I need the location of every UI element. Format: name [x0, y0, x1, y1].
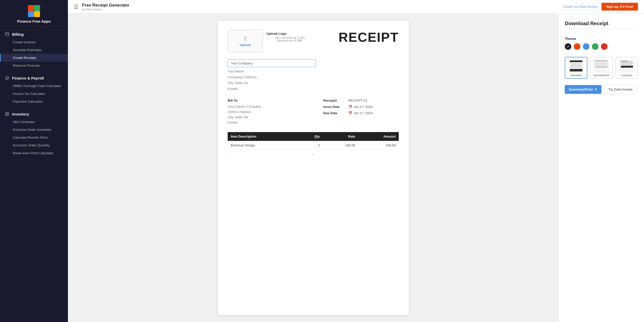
items-table: Item Description Qty Rate Amount Brochur…: [228, 132, 399, 159]
topbar-title: Free Receipt Generator by Zoho Invoice: [82, 3, 129, 11]
signup-button[interactable]: Sign up. It's Free!: [601, 3, 638, 11]
svg-rect-3: [34, 11, 40, 17]
layout-standard-preview: [568, 59, 584, 72]
download-print-button[interactable]: Download/Print ▼: [565, 85, 601, 94]
receipt-number-label: Receipt#: [323, 99, 346, 102]
content-area: ⇧ Upload Upload Logo 240 x 240 pixels @ …: [68, 14, 644, 322]
theme-colors: [565, 43, 638, 50]
svg-rect-0: [28, 5, 34, 11]
bill-to-section: Bill To: Your Client's Company Client's …: [228, 99, 323, 125]
receipt-title: RECEIPT: [339, 30, 399, 45]
sidebar-item-income-tax[interactable]: Income Tax Calculator: [0, 90, 68, 98]
issue-date-row: Issue Date 📅 Jan 17, 2024: [323, 105, 399, 109]
upload-logo-details: 240 x 240 pixels @ 72 DPI, Maximum size …: [270, 36, 310, 42]
sidebar-item-hmrc-furlough[interactable]: HMRC Furlough Claim Calculator: [0, 82, 68, 90]
client-country: Kuwait: [228, 120, 323, 125]
upload-logo-heading: Upload Logo: [266, 32, 310, 35]
theme-dark[interactable]: [565, 43, 571, 50]
sidebar-item-create-receipts[interactable]: Create Receipts: [0, 54, 68, 62]
layout-options: Standard Spreadsheet: [565, 57, 638, 79]
table-header-row: Item Description Qty Rate Amount: [228, 132, 399, 141]
theme-red[interactable]: [601, 43, 608, 50]
due-date-row: Due Date 📅 Jan 17, 2024: [323, 111, 399, 115]
layout-standard[interactable]: Standard: [565, 57, 587, 79]
finance-icon: $: [5, 75, 10, 80]
company-city-state: City, State Zip: [228, 80, 399, 86]
theme-section: Theme: [565, 37, 638, 50]
action-buttons: Download/Print ▼ Try Zoho Invoice: [565, 85, 638, 94]
calendar-icon-issue: 📅: [348, 105, 352, 109]
calendar-icon-due: 📅: [348, 111, 352, 115]
col-header-rate: Rate: [323, 132, 358, 141]
sidebar-item-generate-estimates[interactable]: Generate Estimates: [0, 46, 68, 54]
layout-compact-preview: [619, 59, 634, 72]
layout-compact-label: Compact: [621, 74, 632, 77]
sidebar: Finance Free Apps Billing Create Invoice…: [0, 0, 68, 322]
sidebar-item-purchase-order[interactable]: Purchase Order Generator: [0, 126, 68, 134]
item-amount: 200.00: [358, 141, 399, 150]
upload-logo-text: Upload: [240, 43, 251, 47]
col-header-description: Item Description: [228, 132, 298, 141]
svg-rect-1: [34, 5, 40, 11]
topbar-left: ☰ Free Receipt Generator by Zoho Invoice: [74, 3, 129, 11]
table-row: Brochure Design 2 100.00 200.00: [228, 141, 399, 150]
item-qty: 2: [298, 141, 323, 150]
table-row-add[interactable]: +: [228, 150, 399, 159]
sidebar-item-create-invoices[interactable]: Create Invoices: [0, 38, 68, 46]
sidebar-section-finance-payroll: $ Finance & Payroll HMRC Furlough Claim …: [0, 70, 68, 106]
sidebar-logo: Finance Free Apps: [0, 0, 68, 27]
theme-green[interactable]: [592, 43, 598, 50]
zoho-logo-icon: [27, 5, 41, 18]
layout-spreadsheet-preview: [593, 59, 609, 72]
layout-spreadsheet[interactable]: Spreadsheet: [590, 57, 613, 79]
sidebar-app-title: Finance Free Apps: [17, 19, 51, 23]
billing-icon: [5, 32, 10, 37]
due-date-value: 📅 Jan 17, 2024: [348, 111, 373, 115]
svg-rect-2: [28, 11, 34, 17]
client-address: Client's Address: [228, 109, 323, 114]
check-out-link[interactable]: Check out Zoho Invoice: [563, 5, 598, 9]
add-row-icon: +: [312, 152, 314, 156]
bill-to-label: Bill To:: [228, 99, 323, 102]
sidebar-item-revenue-forecast[interactable]: Revenue Forecast: [0, 62, 68, 69]
col-header-qty: Qty: [298, 132, 323, 141]
issue-date-label: Issue Date: [323, 105, 346, 109]
svg-text:$: $: [6, 77, 8, 79]
receipt-area: ⇧ Upload Upload Logo 240 x 240 pixels @ …: [68, 14, 558, 322]
receipt-meta: Receipt# RECEIPT-12 Issue Date 📅 Jan 17,…: [323, 99, 399, 125]
client-city: City, State Zip: [228, 114, 323, 120]
item-description: Brochure Design: [228, 141, 298, 150]
receipt-header: ⇧ Upload Upload Logo 240 x 240 pixels @ …: [228, 30, 399, 52]
sidebar-section-billing-header[interactable]: Billing: [0, 30, 68, 38]
company-address: Company's Address: [228, 74, 399, 80]
try-zoho-button[interactable]: Try Zoho Invoice: [604, 85, 637, 94]
receipt-number-value: RECEIPT-12: [348, 99, 367, 102]
company-info: Your Name Company's Address City, State …: [228, 59, 399, 92]
theme-orange[interactable]: [574, 43, 580, 50]
sidebar-item-reorder-point[interactable]: Calculate Reorder Point: [0, 134, 68, 141]
col-header-amount: Amount: [358, 132, 399, 141]
main-container: ☰ Free Receipt Generator by Zoho Invoice…: [68, 0, 644, 322]
sidebar-item-break-even[interactable]: Break-even Point Calculator: [0, 149, 68, 157]
billing-section-label: Billing: [12, 32, 24, 36]
topbar: ☰ Free Receipt Generator by Zoho Invoice…: [68, 0, 644, 14]
right-panel: Download Receipt Theme: [558, 14, 644, 322]
sidebar-section-finance-payroll-header[interactable]: $ Finance & Payroll: [0, 74, 68, 82]
layout-compact[interactable]: Compact: [615, 57, 638, 79]
sidebar-item-sku-generator[interactable]: SKU Generator: [0, 118, 68, 126]
sidebar-item-economic-order[interactable]: Economic Order Quantity: [0, 141, 68, 149]
receipt-paper: ⇧ Upload Upload Logo 240 x 240 pixels @ …: [218, 21, 409, 315]
client-company: Your Client's Company: [228, 104, 323, 109]
company-name-input[interactable]: [228, 59, 316, 67]
topbar-right: Check out Zoho Invoice Sign up. It's Fre…: [563, 3, 638, 11]
theme-blue[interactable]: [583, 43, 589, 50]
finance-payroll-section-label: Finance & Payroll: [12, 76, 44, 80]
company-country: Kuwait: [228, 86, 399, 92]
sidebar-item-paycheck-calculator[interactable]: Paycheck Calculator: [0, 98, 68, 105]
upload-logo-box[interactable]: ⇧ Upload: [228, 30, 263, 52]
dropdown-chevron-icon: ▼: [594, 88, 597, 91]
sidebar-section-inventory-header[interactable]: Inventory: [0, 110, 68, 118]
layout-standard-label: Standard: [571, 74, 582, 77]
menu-icon[interactable]: ☰: [74, 4, 78, 10]
due-date-label: Due Date: [323, 111, 346, 115]
